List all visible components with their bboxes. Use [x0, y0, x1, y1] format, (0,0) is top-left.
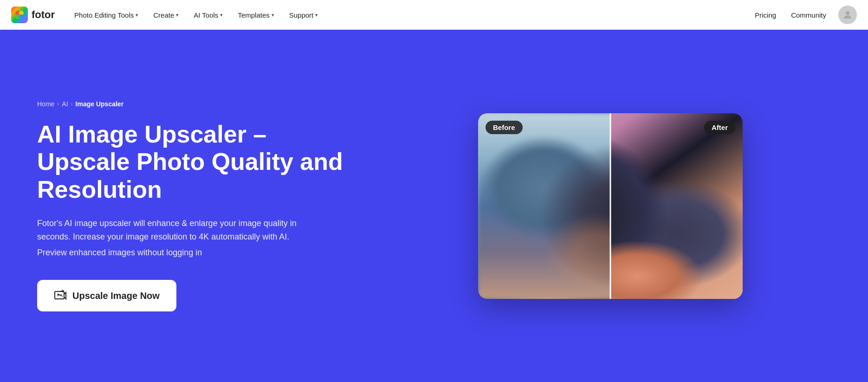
logo-link[interactable]: fotor [11, 6, 55, 23]
image-before [478, 113, 610, 299]
cta-label: Upscale Image Now [72, 291, 160, 301]
nav-right: Pricing Community [752, 6, 857, 24]
before-label: Before [486, 121, 523, 134]
chevron-down-icon: ▾ [220, 12, 223, 18]
svg-point-3 [19, 14, 24, 19]
nav-item-support[interactable]: Support ▾ [283, 7, 325, 23]
before-image-content [478, 113, 610, 299]
chevron-down-icon: ▾ [176, 12, 179, 18]
chevron-down-icon: ▾ [272, 12, 274, 18]
upscale-cta-button[interactable]: Upscale Image Now [37, 280, 176, 311]
nav-link-pricing[interactable]: Pricing [752, 7, 779, 23]
image-after [610, 113, 743, 299]
hero-image-compare: Before After [390, 113, 831, 299]
nav-items: Photo Editing Tools ▾ Create ▾ AI Tools … [68, 7, 752, 23]
svg-point-6 [58, 294, 59, 295]
breadcrumb: Home › AI › Image Upscaler [37, 100, 353, 108]
after-image-content [610, 113, 743, 299]
breadcrumb-sep-1: › [57, 101, 59, 107]
breadcrumb-current: Image Upscaler [76, 100, 124, 108]
image-comparison-container: Before After [478, 113, 743, 299]
brand-name: fotor [32, 9, 55, 21]
user-avatar[interactable] [838, 6, 857, 24]
nav-item-ai-tools[interactable]: AI Tools ▾ [187, 7, 229, 23]
hero-description: Fotor's AI image upscaler will enhance &… [37, 217, 325, 244]
hero-left: Home › AI › Image Upscaler AI Image Upsc… [37, 100, 353, 312]
svg-point-4 [846, 11, 849, 15]
nav-item-photo-editing[interactable]: Photo Editing Tools ▾ [68, 7, 145, 23]
chevron-down-icon: ▾ [315, 12, 318, 18]
hero-section: Home › AI › Image Upscaler AI Image Upsc… [0, 30, 868, 382]
compare-divider [610, 113, 611, 299]
after-label: After [704, 121, 735, 134]
nav-item-create[interactable]: Create ▾ [147, 7, 185, 23]
hero-sub-description: Preview enhanced images without logging … [37, 248, 353, 258]
breadcrumb-sep-2: › [71, 101, 73, 107]
breadcrumb-ai[interactable]: AI [62, 100, 68, 108]
logo-icon [11, 6, 28, 23]
hero-title: AI Image Upscaler – Upscale Photo Qualit… [37, 121, 353, 204]
breadcrumb-home[interactable]: Home [37, 100, 54, 108]
nav-link-community[interactable]: Community [788, 7, 829, 23]
chevron-down-icon: ▾ [136, 12, 138, 18]
upscale-icon [54, 289, 67, 302]
nav-item-templates[interactable]: Templates ▾ [231, 7, 280, 23]
navbar: fotor Photo Editing Tools ▾ Create ▾ AI … [0, 0, 868, 30]
